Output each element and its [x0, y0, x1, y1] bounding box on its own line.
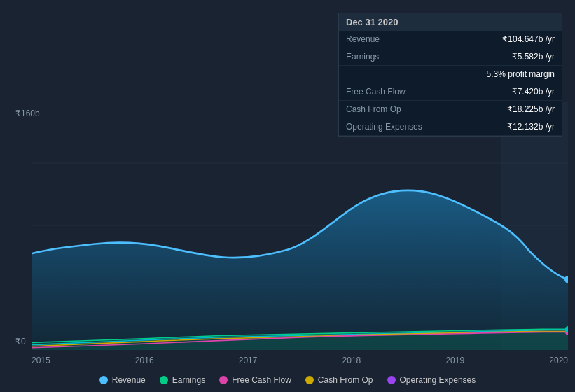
chart-svg: [32, 102, 568, 350]
x-label-2019: 2019: [445, 356, 464, 365]
data-card: Dec 31 2020 Revenue ₹104.647b /yr Earnin…: [338, 13, 562, 136]
x-label-2020: 2020: [549, 356, 568, 365]
table-row: 5.3% profit margin: [339, 66, 562, 83]
legend-dot-opex: [387, 376, 396, 384]
data-card-table: Revenue ₹104.647b /yr Earnings ₹5.582b /…: [339, 31, 562, 136]
legend-item-opex[interactable]: Operating Expenses: [387, 375, 476, 385]
table-row: Earnings ₹5.582b /yr: [339, 48, 562, 66]
x-label-2017: 2017: [239, 356, 258, 365]
legend-dot-earnings: [160, 376, 168, 384]
legend-dot-cashfromop: [305, 376, 314, 384]
y-axis-zero-label: ₹0: [15, 337, 26, 346]
legend-label-revenue: Revenue: [112, 375, 146, 385]
legend-label-opex: Operating Expenses: [400, 375, 476, 385]
legend-item-earnings[interactable]: Earnings: [160, 375, 205, 385]
opex-value: ₹12.132b /yr: [430, 118, 562, 136]
revenue-area: [32, 190, 568, 350]
legend-item-revenue[interactable]: Revenue: [99, 375, 146, 385]
legend-item-fcf[interactable]: Free Cash Flow: [219, 375, 291, 385]
empty-label: [339, 66, 430, 83]
table-row: Operating Expenses ₹12.132b /yr: [339, 118, 562, 136]
fcf-value: ₹7.420b /yr: [430, 83, 562, 101]
profit-margin-value: 5.3% profit margin: [430, 66, 562, 83]
x-label-2016: 2016: [135, 356, 154, 365]
chart-legend: Revenue Earnings Free Cash Flow Cash Fro…: [0, 375, 575, 385]
chart-container: Dec 31 2020 Revenue ₹104.647b /yr Earnin…: [0, 0, 575, 392]
legend-label-fcf: Free Cash Flow: [232, 375, 291, 385]
x-label-2015: 2015: [32, 356, 50, 365]
x-axis: 2015 2016 2017 2018 2019 2020: [32, 356, 568, 365]
chart-area: [32, 102, 568, 350]
fcf-label: Free Cash Flow: [339, 83, 430, 101]
data-card-header: Dec 31 2020: [339, 13, 562, 31]
legend-dot-revenue: [99, 376, 108, 384]
earnings-value: ₹5.582b /yr: [430, 48, 562, 66]
table-row: Revenue ₹104.647b /yr: [339, 31, 562, 48]
table-row: Cash From Op ₹18.225b /yr: [339, 101, 562, 118]
earnings-label: Earnings: [339, 48, 430, 66]
legend-dot-fcf: [219, 376, 228, 384]
opex-label: Operating Expenses: [339, 118, 430, 136]
revenue-value: ₹104.647b /yr: [430, 31, 562, 48]
legend-item-cashfromop[interactable]: Cash From Op: [305, 375, 373, 385]
legend-label-cashfromop: Cash From Op: [318, 375, 373, 385]
revenue-label: Revenue: [339, 31, 430, 48]
legend-label-earnings: Earnings: [172, 375, 205, 385]
cashfromop-value: ₹18.225b /yr: [430, 101, 562, 118]
table-row: Free Cash Flow ₹7.420b /yr: [339, 83, 562, 101]
cashfromop-label: Cash From Op: [339, 101, 430, 118]
x-label-2018: 2018: [342, 356, 361, 365]
